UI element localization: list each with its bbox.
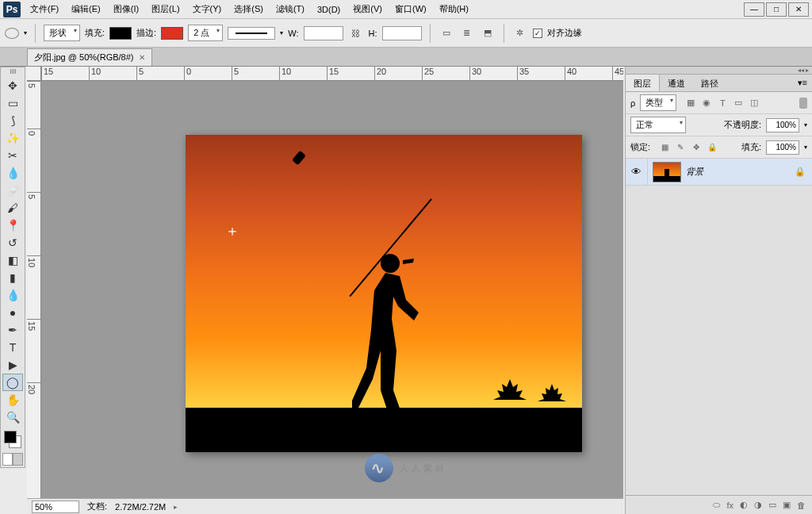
menu-window[interactable]: 窗口(W) xyxy=(389,1,433,17)
layer-thumbnail[interactable] xyxy=(653,162,681,182)
pen-tool[interactable]: ✒ xyxy=(2,321,23,339)
healing-tool[interactable]: 🩹 xyxy=(2,182,23,199)
layer-fx-icon[interactable]: fx xyxy=(726,501,733,510)
lasso-tool[interactable]: ⟆ xyxy=(2,112,23,129)
layer-visibility-icon[interactable]: 👁 xyxy=(626,159,648,186)
layer-mask-icon[interactable]: ◐ xyxy=(740,500,748,510)
filter-type-dropdown[interactable]: 类型 xyxy=(640,94,676,111)
zoom-tool[interactable]: 🔍 xyxy=(2,409,23,426)
width-label: W: xyxy=(288,29,298,38)
tools-panel: ✥ ▭ ⟆ ✨ ✂ 💧 🩹 🖌 📍 ↺ ◧ ▮ 💧 ● ✒ T ▶ ◯ ✋ 🔍 xyxy=(0,67,25,468)
image-ground xyxy=(186,408,582,452)
maximize-button[interactable]: □ xyxy=(766,2,787,17)
filter-smart-icon[interactable]: ◫ xyxy=(748,97,760,109)
crop-tool[interactable]: ✂ xyxy=(2,147,23,164)
image-bush xyxy=(538,384,566,411)
path-combine-icon[interactable]: ▭ xyxy=(439,25,454,41)
lock-transparent-icon[interactable]: ▦ xyxy=(658,141,671,154)
ruler-tick: 15 xyxy=(327,67,339,81)
stamp-tool[interactable]: 📍 xyxy=(2,217,23,234)
opacity-input[interactable] xyxy=(766,118,799,132)
foreground-color-swatch[interactable] xyxy=(4,431,17,443)
magic-wand-tool[interactable]: ✨ xyxy=(2,129,23,147)
tab-close-icon[interactable]: ✕ xyxy=(139,53,145,62)
history-brush-tool[interactable]: ↺ xyxy=(2,234,23,251)
shape-mode-dropdown[interactable]: 形状 xyxy=(44,25,80,41)
tab-layers[interactable]: 图层 xyxy=(626,75,660,91)
width-input[interactable] xyxy=(304,26,343,40)
vertical-ruler[interactable]: 5 0 5 10 15 20 xyxy=(27,81,41,498)
ruler-tick: 45 xyxy=(612,67,623,81)
filter-shape-icon[interactable]: ▭ xyxy=(732,97,745,109)
height-label: H: xyxy=(369,29,377,38)
minimize-button[interactable]: ― xyxy=(744,2,764,17)
delete-layer-icon[interactable]: 🗑 xyxy=(797,501,806,510)
layer-item[interactable]: 👁 背景 🔒 xyxy=(626,159,812,186)
link-wh-icon[interactable]: ⛓ xyxy=(348,25,364,41)
panel-menu-icon[interactable]: ▾≡ xyxy=(793,75,812,91)
menu-image[interactable]: 图像(I) xyxy=(107,1,145,17)
lock-pixels-icon[interactable]: ✎ xyxy=(674,141,687,154)
stroke-swatch[interactable] xyxy=(161,27,183,40)
filter-toggle[interactable] xyxy=(799,98,807,109)
brush-tool[interactable]: 🖌 xyxy=(2,199,23,217)
tool-preset-icon[interactable] xyxy=(5,28,19,39)
layer-lock-icon[interactable]: 🔒 xyxy=(795,167,806,177)
dodge-tool[interactable]: ● xyxy=(2,304,23,321)
close-button[interactable]: ✕ xyxy=(788,2,809,17)
fill-input[interactable] xyxy=(766,140,799,155)
lock-position-icon[interactable]: ✥ xyxy=(690,141,703,154)
menu-filter[interactable]: 滤镜(T) xyxy=(270,1,311,17)
horizontal-ruler[interactable]: 15 10 5 0 5 10 15 20 25 30 35 40 45 xyxy=(41,67,623,81)
path-arrange-icon[interactable]: ⬒ xyxy=(480,25,496,41)
group-icon[interactable]: ▭ xyxy=(768,500,776,510)
panel-collapse-bar[interactable]: ◂◂ ▸ xyxy=(626,67,812,75)
gear-icon[interactable]: ✲ xyxy=(512,25,528,41)
ruler-origin[interactable] xyxy=(27,67,41,81)
zoom-input[interactable] xyxy=(32,501,79,513)
ruler-tick: 30 xyxy=(469,67,481,81)
panel-grip[interactable] xyxy=(2,69,24,75)
tab-channels[interactable]: 通道 xyxy=(660,75,693,91)
quickmask-toggle[interactable] xyxy=(2,453,23,466)
layer-name[interactable]: 背景 xyxy=(686,166,795,178)
document-tab[interactable]: 夕阳.jpg @ 50%(RGB/8#) ✕ xyxy=(27,48,152,66)
tab-paths[interactable]: 路径 xyxy=(693,75,726,91)
move-tool[interactable]: ✥ xyxy=(2,77,23,94)
menu-edit[interactable]: 编辑(E) xyxy=(65,1,107,17)
menu-help[interactable]: 帮助(H) xyxy=(433,1,475,17)
filter-pixel-icon[interactable]: ▦ xyxy=(684,97,697,109)
filter-type-icon[interactable]: T xyxy=(716,97,729,109)
color-swatches[interactable] xyxy=(2,429,23,450)
gradient-tool[interactable]: ▮ xyxy=(2,269,23,286)
eyedropper-tool[interactable]: 💧 xyxy=(2,164,23,182)
ellipse-tool[interactable]: ◯ xyxy=(2,374,23,391)
document-canvas[interactable] xyxy=(186,135,582,452)
path-select-tool[interactable]: ▶ xyxy=(2,356,23,374)
new-layer-icon[interactable]: ▣ xyxy=(783,500,791,510)
filter-adjust-icon[interactable]: ◉ xyxy=(700,97,713,109)
blur-tool[interactable]: 💧 xyxy=(2,286,23,304)
eraser-tool[interactable]: ◧ xyxy=(2,251,23,269)
type-tool[interactable]: T xyxy=(2,339,23,356)
menu-select[interactable]: 选择(S) xyxy=(228,1,270,17)
window-controls: ― □ ✕ xyxy=(744,2,809,17)
hand-tool[interactable]: ✋ xyxy=(2,391,23,409)
marquee-tool[interactable]: ▭ xyxy=(2,94,23,112)
fill-swatch[interactable] xyxy=(109,27,132,40)
align-edges-checkbox[interactable]: ✓ xyxy=(533,29,542,38)
menu-3d[interactable]: 3D(D) xyxy=(311,2,347,17)
menu-view[interactable]: 视图(V) xyxy=(347,1,389,17)
link-layers-icon[interactable]: ⬭ xyxy=(713,500,720,510)
menu-layer[interactable]: 图层(L) xyxy=(145,1,186,17)
blend-mode-dropdown[interactable]: 正常 xyxy=(630,117,686,133)
lock-all-icon[interactable]: 🔒 xyxy=(706,141,718,154)
adjustment-layer-icon[interactable]: ◑ xyxy=(754,500,762,510)
stroke-style-dropdown[interactable] xyxy=(228,27,275,40)
menu-file[interactable]: 文件(F) xyxy=(24,1,65,17)
stroke-width-input[interactable]: 2 点 xyxy=(188,25,223,41)
menu-type[interactable]: 文字(Y) xyxy=(186,1,228,17)
status-flyout-icon[interactable]: ▸ xyxy=(174,503,178,511)
height-input[interactable] xyxy=(382,26,422,40)
path-align-icon[interactable]: ≣ xyxy=(459,25,475,41)
